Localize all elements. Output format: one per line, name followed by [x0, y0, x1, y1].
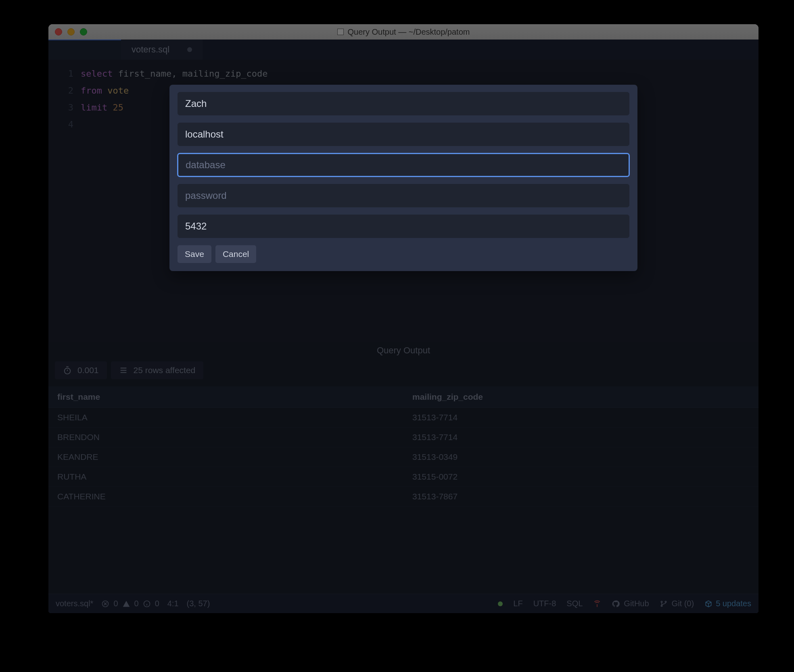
error-icon [101, 600, 109, 608]
svg-point-4 [665, 601, 666, 602]
git-branch[interactable]: Git (0) [660, 599, 694, 608]
cell-first-name: SHEILA [48, 408, 403, 428]
github-link[interactable]: GitHub [612, 599, 649, 608]
window-title: Query Output — ~/Desktop/patom [348, 27, 470, 37]
github-icon [612, 600, 620, 608]
modified-indicator-icon [187, 47, 192, 52]
tab-label: voters.sql [132, 44, 169, 55]
table-row[interactable]: BRENDON31513-7714 [48, 428, 758, 447]
selection-info[interactable]: (3, 57) [187, 599, 210, 608]
cell-first-name: BRENDON [48, 428, 403, 447]
save-button[interactable]: Save [178, 245, 211, 263]
connection-status-icon [498, 601, 503, 606]
table-row[interactable]: KEANDRE31513-0349 [48, 447, 758, 467]
cell-zip: 31513-7867 [403, 487, 758, 507]
cell-zip: 31513-0349 [403, 447, 758, 467]
cell-zip: 31513-7714 [403, 428, 758, 447]
encoding[interactable]: UTF-8 [533, 599, 556, 608]
package-icon [704, 600, 713, 608]
query-time-chip: 0.001 [55, 361, 107, 379]
app-window: Query Output — ~/Desktop/patom voters.sq… [48, 24, 758, 613]
cursor-position[interactable]: 4:1 [167, 599, 179, 608]
port-input[interactable] [178, 215, 629, 238]
status-bar: voters.sql* 0 0 0 4:1 (3, 57) LF UTF-8 S… [48, 594, 758, 613]
cell-first-name: RUTHA [48, 467, 403, 487]
diagnostics[interactable]: 0 0 0 [101, 599, 159, 608]
stopwatch-icon [63, 366, 72, 375]
cell-zip: 31513-7714 [403, 408, 758, 428]
password-input[interactable] [178, 184, 629, 207]
col-mailing-zip[interactable]: mailing_zip_code [403, 386, 758, 408]
output-title: Query Output [48, 342, 758, 361]
antenna-icon[interactable] [593, 599, 601, 608]
line-gutter: 1 2 3 4 [48, 60, 81, 342]
line-ending[interactable]: LF [513, 599, 522, 608]
git-branch-icon [660, 600, 668, 608]
cell-first-name: CATHERINE [48, 487, 403, 507]
grammar[interactable]: SQL [566, 599, 583, 608]
tree-view-toggle[interactable] [48, 40, 121, 60]
col-first-name[interactable]: first_name [48, 386, 403, 408]
username-input[interactable] [178, 92, 629, 115]
table-row[interactable]: SHEILA31513-7714 [48, 408, 758, 428]
status-filename[interactable]: voters.sql* [56, 599, 93, 608]
info-icon [143, 600, 151, 608]
query-output-panel: Query Output 0.001 25 rows affected firs… [48, 342, 758, 507]
host-input[interactable] [178, 123, 629, 146]
updates-link[interactable]: 5 updates [704, 599, 751, 608]
cancel-button[interactable]: Cancel [215, 245, 256, 263]
results-table: first_name mailing_zip_code SHEILA31513-… [48, 386, 758, 507]
warning-icon [122, 600, 130, 608]
table-row[interactable]: RUTHA31515-0072 [48, 467, 758, 487]
svg-point-3 [661, 601, 662, 602]
tab-bar: voters.sql [48, 40, 758, 60]
titlebar: Query Output — ~/Desktop/patom [48, 24, 758, 40]
rows-affected-chip: 25 rows affected [111, 361, 204, 379]
svg-point-0 [65, 368, 71, 374]
database-input[interactable] [178, 153, 629, 177]
cell-zip: 31515-0072 [403, 467, 758, 487]
table-row[interactable]: CATHERINE31513-7867 [48, 487, 758, 507]
cell-first-name: KEANDRE [48, 447, 403, 467]
connection-dialog: Save Cancel [169, 85, 637, 271]
doc-icon [337, 29, 344, 35]
list-icon [119, 366, 128, 375]
tab-voters-sql[interactable]: voters.sql [121, 40, 203, 60]
